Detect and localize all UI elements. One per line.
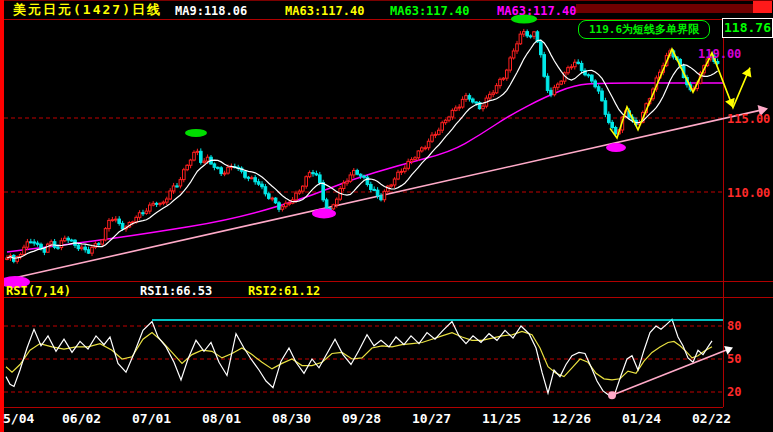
annotation-note: 119.6为短线多单界限 [578, 20, 710, 39]
ma-indicator-label-3: MA63:117.40 [390, 4, 469, 18]
date-axis-label: 11/25 [482, 412, 521, 426]
date-axis-label: 08/01 [202, 412, 241, 426]
date-axis-label: 08/30 [272, 412, 311, 426]
ma-indicator-label-2: MA63:117.40 [285, 4, 364, 18]
date-axis-label: 01/24 [622, 412, 661, 426]
rsi2-value-label: RSI2:61.12 [248, 284, 320, 298]
rsi-level-label: 20 [727, 385, 741, 399]
chart-canvas[interactable] [0, 0, 773, 432]
rsi-parameter-label: RSI(7,14) [6, 284, 71, 298]
symbol-title: 美元日元(1427)日线 [13, 3, 162, 17]
left-border-bar [0, 0, 4, 432]
top-scrollbar-thumb[interactable] [753, 1, 772, 13]
chart-window: 美元日元(1427)日线 MA9:118.06MA63:117.40MA63:1… [0, 0, 773, 432]
date-axis-label: 06/02 [62, 412, 101, 426]
date-axis-label: 12/26 [552, 412, 591, 426]
ma-indicator-label-4: MA63:117.40 [497, 4, 576, 18]
date-axis-label: 09/28 [342, 412, 381, 426]
rsi1-value-label: RSI1:66.53 [140, 284, 212, 298]
top-scrollbar-track[interactable] [576, 4, 772, 13]
rsi-level-label: 80 [727, 319, 741, 333]
date-axis-label: 5/04 [3, 412, 34, 426]
price-axis-label: 110.00 [727, 186, 770, 200]
latest-price-box: 118.76 [722, 18, 773, 38]
price-axis-label: 115.00 [727, 112, 770, 126]
rsi-level-label: 50 [727, 352, 741, 366]
date-axis-label: 07/01 [132, 412, 171, 426]
date-axis-label: 02/22 [692, 412, 731, 426]
price-axis-label: 119.00 [698, 47, 741, 61]
date-axis-label: 10/27 [412, 412, 451, 426]
ma-indicator-label-1: MA9:118.06 [175, 4, 247, 18]
window-top-border [0, 0, 773, 1]
